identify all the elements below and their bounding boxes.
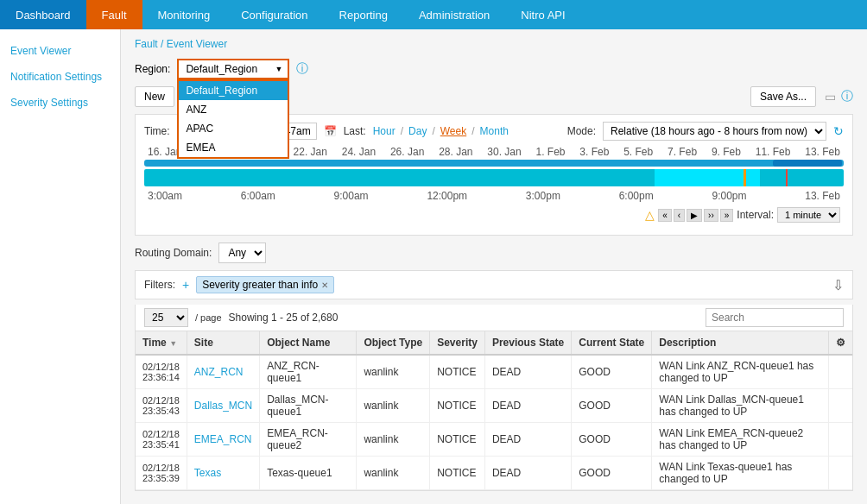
save-as-button[interactable]: Save As... — [750, 86, 816, 107]
cell-site-0[interactable]: ANZ_RCN — [187, 355, 259, 389]
routing-select[interactable]: Any — [218, 243, 266, 263]
region-select-wrapper: Default_Region Default_Region ANZ APAC E… — [177, 59, 289, 79]
filter-tag-close[interactable]: ✕ — [321, 280, 328, 290]
main-content: Fault / Event Viewer Region: Default_Reg… — [121, 29, 867, 504]
showing-info: Showing 1 - 25 of 2,680 — [229, 312, 339, 324]
nav-configuration[interactable]: Configuration — [225, 0, 323, 29]
filter-add-button[interactable]: + — [182, 278, 189, 292]
event-table: Time ▼ Site Object Name Object Type Seve… — [136, 331, 852, 490]
region-row: Region: Default_Region Default_Region AN… — [135, 59, 853, 79]
col-object-type: Object Type — [357, 331, 430, 355]
new-button[interactable]: New — [135, 86, 174, 107]
last-week[interactable]: Week — [440, 125, 466, 137]
col-prev-state: Previous State — [484, 331, 571, 355]
search-input[interactable] — [706, 308, 844, 327]
cell-settings-3 — [828, 457, 852, 490]
nav-reporting[interactable]: Reporting — [324, 0, 403, 29]
cell-curr-state-3: GOOD — [572, 457, 652, 490]
nav-next-next[interactable]: » — [720, 209, 734, 222]
cell-site-2[interactable]: EMEA_RCN — [187, 423, 259, 457]
sidebar-item-severity-settings[interactable]: Severity Settings — [0, 90, 120, 116]
cell-prev-state-3: DEAD — [484, 457, 571, 490]
nav-next[interactable]: ›› — [704, 209, 718, 222]
col-time[interactable]: Time ▼ — [136, 331, 187, 355]
timeline-scroll-thumb[interactable] — [773, 160, 842, 167]
interval-select[interactable]: 1 minute — [777, 207, 840, 223]
cell-severity-3: NOTICE — [430, 457, 485, 490]
timeline-bar[interactable] — [144, 169, 844, 186]
timeline-controls: △ « ‹ ▶ ›› » Interval: 1 minute — [144, 205, 844, 224]
cell-description-1: WAN Link Dallas_MCN-queue1 has changed t… — [652, 389, 828, 423]
sidebar-item-event-viewer[interactable]: Event Viewer — [0, 38, 120, 64]
last-label: Last: — [344, 125, 366, 137]
region-dropdown-trigger[interactable]: Default_Region — [177, 59, 289, 79]
routing-row: Routing Domain: Any — [135, 243, 853, 263]
sidebar-item-notification-settings[interactable]: Notification Settings — [0, 64, 120, 90]
region-option-apac[interactable]: APAC — [179, 119, 288, 138]
timeline-scroll-bar[interactable] — [144, 160, 844, 167]
cell-time-3: 02/12/18 23:35:39 — [136, 457, 187, 490]
export-icon[interactable]: ⇩ — [832, 277, 844, 293]
pagination-row: 25 50 100 / page Showing 1 - 25 of 2,680 — [135, 305, 853, 331]
last-month[interactable]: Month — [480, 125, 509, 137]
breadcrumb: Fault / Event Viewer — [135, 38, 853, 50]
cell-object-name-2: EMEA_RCN-queue2 — [260, 423, 357, 457]
mode-select[interactable]: Relative (18 hours ago - 8 hours from no… — [603, 122, 826, 141]
nav-monitoring[interactable]: Monitoring — [142, 0, 226, 29]
region-option-emea[interactable]: EMEA — [179, 138, 288, 157]
cell-time-1: 02/12/18 23:35:43 — [136, 389, 187, 423]
interval-label: Interval: — [737, 209, 774, 221]
cell-curr-state-2: GOOD — [572, 423, 652, 457]
refresh-icon[interactable]: ↻ — [833, 124, 844, 138]
event-table-wrapper: Time ▼ Site Object Name Object Type Seve… — [135, 331, 853, 491]
cell-curr-state-0: GOOD — [572, 355, 652, 389]
cell-description-3: WAN Link Texas-queue1 has changed to UP — [652, 457, 828, 490]
nav-prev[interactable]: ‹ — [674, 209, 685, 222]
cell-curr-state-1: GOOD — [572, 389, 652, 423]
routing-label: Routing Domain: — [135, 247, 212, 259]
nav-fault[interactable]: Fault — [86, 0, 142, 29]
sort-time-icon[interactable]: ▼ — [169, 339, 177, 348]
cell-severity-1: NOTICE — [430, 389, 485, 423]
breadcrumb-fault[interactable]: Fault — [135, 38, 158, 50]
cell-object-type-3: wanlink — [357, 457, 430, 490]
cell-time-2: 02/12/18 23:35:41 — [136, 423, 187, 457]
cell-description-0: WAN Link ANZ_RCN-queue1 has changed to U… — [652, 355, 828, 389]
warning-icon: △ — [645, 208, 655, 222]
settings-icon[interactable]: ⓘ — [841, 89, 853, 104]
table-row: 02/12/18 23:35:43 Dallas_MCN Dallas_MCN-… — [136, 389, 852, 423]
cell-site-1[interactable]: Dallas_MCN — [187, 389, 259, 423]
info-icon[interactable]: ⓘ — [296, 61, 308, 77]
col-description: Description — [652, 331, 828, 355]
calendar-icon[interactable]: 📅 — [324, 125, 337, 137]
per-page-select[interactable]: 25 50 100 — [144, 308, 188, 327]
last-hour[interactable]: Hour — [373, 125, 396, 137]
cell-settings-0 — [828, 355, 852, 389]
cell-object-name-0: ANZ_RCN-queue1 — [260, 355, 357, 389]
nav-dashboard[interactable]: Dashboard — [0, 0, 86, 29]
region-option-anz[interactable]: ANZ — [179, 100, 288, 119]
time-label: Time: — [144, 125, 170, 137]
cell-object-name-1: Dallas_MCN-queue1 — [260, 389, 357, 423]
table-row: 02/12/18 23:35:41 EMEA_RCN EMEA_RCN-queu… — [136, 423, 852, 457]
table-row: 02/12/18 23:36:14 ANZ_RCN ANZ_RCN-queue1… — [136, 355, 852, 389]
nav-nitro-api[interactable]: Nitro API — [505, 0, 580, 29]
breadcrumb-page: Event Viewer — [167, 38, 227, 50]
last-day[interactable]: Day — [408, 125, 427, 137]
timeline-spike-orange — [744, 169, 746, 186]
col-settings[interactable]: ⚙ — [828, 331, 852, 355]
filters-bar: Filters: + Severity greater than info ✕ … — [135, 270, 853, 299]
col-object-name: Object Name — [260, 331, 357, 355]
cell-severity-2: NOTICE — [430, 423, 485, 457]
nav-play[interactable]: ▶ — [687, 209, 702, 222]
region-option-default[interactable]: Default_Region — [179, 81, 288, 100]
col-severity: Severity — [430, 331, 485, 355]
panel-icon[interactable]: ▭ — [825, 90, 836, 104]
cell-site-3[interactable]: Texas — [187, 457, 259, 490]
table-row: 02/12/18 23:35:39 Texas Texas-queue1 wan… — [136, 457, 852, 490]
nav-prev-prev[interactable]: « — [658, 209, 672, 222]
nav-administration[interactable]: Administration — [403, 0, 505, 29]
cell-object-type-2: wanlink — [357, 423, 430, 457]
sidebar: Event Viewer Notification Settings Sever… — [0, 29, 121, 504]
table-header-row: Time ▼ Site Object Name Object Type Seve… — [136, 331, 852, 355]
